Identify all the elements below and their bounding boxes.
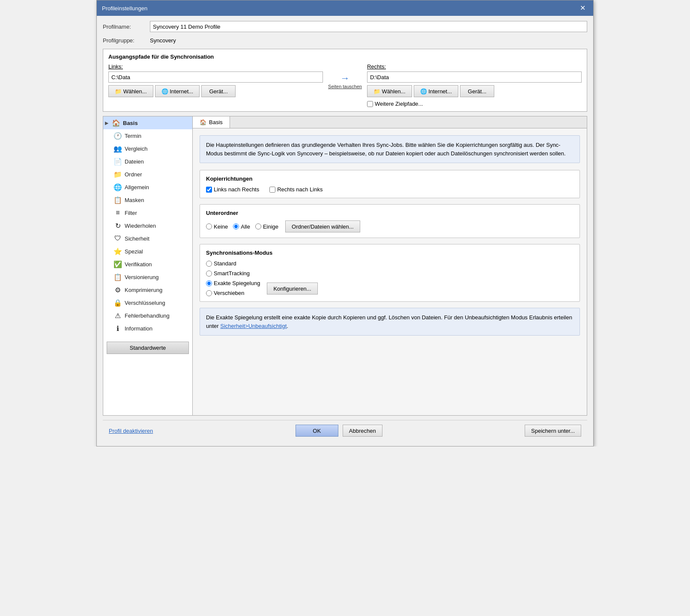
sidebar-item-termin[interactable]: 🕐 Termin: [103, 129, 192, 142]
sidebar-label-verifikation: Verifikation: [125, 261, 152, 268]
sidebar-label-dateien: Dateien: [125, 158, 144, 165]
version-icon: 📋: [114, 273, 122, 281]
content-panel: 🏠 Basis Die Haupteinstellungen definiere…: [193, 116, 587, 416]
compare-icon: 👥: [114, 144, 122, 153]
profilgruppe-row: Profilgruppe: Syncovery: [103, 36, 587, 45]
weitere-zielpfade-checkbox[interactable]: [367, 101, 373, 107]
alle-radio[interactable]: [233, 223, 239, 229]
exakte-spiegelung-radio[interactable]: [206, 280, 212, 286]
verify-icon: ✅: [114, 260, 122, 268]
unterordner-radios: Keine Alle Einige: [206, 223, 278, 230]
sidebar-item-filter[interactable]: ≡ Filter: [103, 206, 192, 219]
sidebar-label-komprimierung: Komprimierung: [125, 287, 162, 293]
sidebar: ▶ 🏠 Basis 🕐 Termin 👥 Vergleich 📄: [103, 116, 193, 416]
shield-icon: 🛡: [114, 234, 122, 243]
sidebar-label-basis: Basis: [123, 120, 138, 126]
ordner-dateien-waehlen-button[interactable]: Ordner/Dateien wählen...: [285, 220, 360, 232]
sidebar-label-fehlerbehandlung: Fehlerbehandlung: [125, 312, 170, 319]
sidebar-bottom: Standardwerte: [103, 335, 192, 357]
verschieben-radio-label[interactable]: Verschieben: [206, 290, 260, 296]
clock-icon: 🕐: [114, 131, 122, 140]
profilname-row: Profilname:: [103, 21, 587, 32]
profil-deaktivieren-link[interactable]: Profil deaktivieren: [109, 428, 153, 434]
konfigurieren-button[interactable]: Konfigurieren...: [267, 283, 317, 295]
folder-icon-left: 📁: [115, 88, 122, 95]
standard-radio-label[interactable]: Standard: [206, 260, 260, 267]
compress-icon: ⚙: [114, 286, 122, 294]
alle-radio-label[interactable]: Alle: [233, 223, 250, 230]
lock-icon: 🔒: [114, 298, 122, 307]
sidebar-item-komprimierung[interactable]: ⚙ Komprimierung: [103, 283, 192, 296]
standard-radio[interactable]: [206, 261, 212, 267]
profilgruppe-label: Profilgruppe:: [103, 37, 150, 44]
swap-arrow-icon: →: [341, 74, 350, 83]
footer-bar: Profil deaktivieren OK Abbrechen Speiche…: [103, 420, 587, 441]
links-nach-rechts-label[interactable]: Links nach Rechts: [206, 186, 259, 193]
sidebar-item-verschluesselung[interactable]: 🔒 Verschlüsselung: [103, 296, 192, 309]
left-internet-button[interactable]: 🌐 Internet...: [155, 85, 200, 97]
filter-icon: ≡: [114, 208, 122, 217]
kopierrichtungen-row: Links nach Rechts Rechts nach Links: [206, 186, 574, 193]
sidebar-label-sicherheit: Sicherheit: [125, 235, 149, 242]
profilname-label: Profilname:: [103, 24, 150, 30]
sidebar-item-fehlerbehandlung[interactable]: ⚠ Fehlerbehandlung: [103, 309, 192, 322]
sidebar-item-verifikation[interactable]: ✅ Verifikation: [103, 258, 192, 271]
speichern-unter-button[interactable]: Speichern unter...: [525, 425, 581, 437]
keine-radio-label[interactable]: Keine: [206, 223, 228, 230]
left-geraet-button[interactable]: Gerät...: [201, 85, 236, 97]
smarttracking-radio-label[interactable]: SmartTracking: [206, 270, 260, 277]
folder-icon-right: 📁: [373, 88, 380, 95]
star-icon: ⭐: [114, 247, 122, 256]
right-geraet-button[interactable]: Gerät...: [460, 85, 494, 97]
sidebar-item-wiederholen[interactable]: ↻ Wiederholen: [103, 219, 192, 232]
sidebar-item-spezial[interactable]: ⭐ Spezial: [103, 245, 192, 258]
keine-radio[interactable]: [206, 223, 212, 229]
exakte-spiegelung-radio-label[interactable]: Exakte Spiegelung: [206, 280, 260, 286]
ok-button[interactable]: OK: [296, 425, 338, 437]
right-path-buttons: 📁 Wählen... 🌐 Internet... Gerät...: [367, 85, 582, 97]
left-path-buttons: 📁 Wählen... 🌐 Internet... Gerät...: [108, 85, 323, 97]
weitere-zielpfade-label[interactable]: Weitere Zielpfade...: [367, 101, 423, 107]
links-nach-rechts-checkbox[interactable]: [206, 187, 212, 193]
einige-radio[interactable]: [255, 223, 261, 229]
left-path-input[interactable]: [108, 71, 323, 83]
path-swap-middle: → Seiten tauschen: [323, 63, 367, 89]
sidebar-item-versionierung[interactable]: 📋 Versionierung: [103, 271, 192, 283]
sync-modus-title: Synchronisations-Modus: [206, 250, 574, 256]
sidebar-item-sicherheit[interactable]: 🛡 Sicherheit: [103, 232, 192, 245]
left-geraet-label: Gerät...: [209, 88, 227, 95]
left-path-side: Links: 📁 Wählen... 🌐 Internet... Gerät..…: [108, 63, 323, 97]
close-button[interactable]: ✕: [577, 4, 588, 12]
sidebar-item-masken[interactable]: 📋 Masken: [103, 193, 192, 206]
paths-section: Ausgangspfade für die Synchronisation Li…: [103, 49, 587, 112]
left-waehlen-button[interactable]: 📁 Wählen...: [108, 85, 153, 97]
unterordner-title: Unterordner: [206, 210, 574, 216]
globe-icon-sidebar: 🌐: [114, 183, 122, 191]
right-path-input[interactable]: [367, 71, 582, 83]
einige-radio-label[interactable]: Einige: [255, 223, 278, 230]
smarttracking-radio[interactable]: [206, 271, 212, 277]
sicherheit-link[interactable]: Sicherheit>Unbeaufsichtigt: [220, 323, 287, 329]
right-internet-button[interactable]: 🌐 Internet...: [414, 85, 459, 97]
right-path-side: Rechts: 📁 Wählen... 🌐 Internet... Gerät.…: [367, 63, 582, 107]
verschieben-radio[interactable]: [206, 290, 212, 296]
sync-modes-left: Standard SmartTracking Exakte Spiegelung: [206, 260, 260, 296]
profilname-input[interactable]: [150, 21, 587, 32]
tab-basis-label: Basis: [209, 119, 223, 125]
sidebar-item-information[interactable]: ℹ Information: [103, 322, 192, 335]
content-body: Die Haupteinstellungen definieren das gr…: [193, 128, 587, 342]
sidebar-item-basis[interactable]: ▶ 🏠 Basis: [103, 116, 192, 129]
sidebar-item-ordner[interactable]: 📁 Ordner: [103, 168, 192, 181]
abbrechen-button[interactable]: Abbrechen: [343, 425, 382, 437]
sidebar-item-dateien[interactable]: 📄 Dateien: [103, 155, 192, 168]
window-title: Profileinstellungen: [102, 5, 147, 12]
sidebar-item-allgemein[interactable]: 🌐 Allgemein: [103, 181, 192, 193]
rechts-nach-links-label[interactable]: Rechts nach Links: [269, 186, 323, 193]
sidebar-item-vergleich[interactable]: 👥 Vergleich: [103, 142, 192, 155]
einige-text: Einige: [263, 223, 278, 230]
swap-label[interactable]: Seiten tauschen: [328, 84, 362, 89]
standardwerte-button[interactable]: Standardwerte: [107, 342, 189, 354]
right-waehlen-button[interactable]: 📁 Wählen...: [367, 85, 412, 97]
rechts-nach-links-checkbox[interactable]: [269, 187, 275, 193]
tab-basis[interactable]: 🏠 Basis: [193, 116, 230, 128]
